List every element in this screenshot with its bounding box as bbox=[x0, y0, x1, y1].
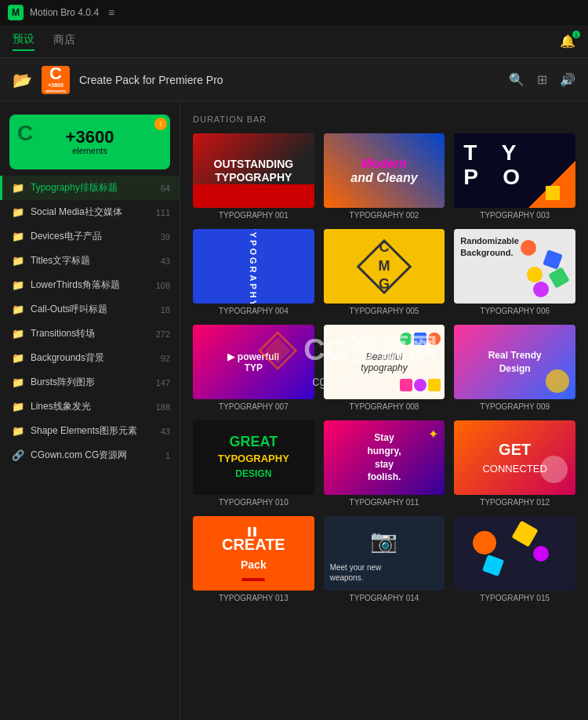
thumbnail-label: TYPOGRAPHY 008 bbox=[324, 402, 445, 411]
section-label: DURATION BAR bbox=[193, 115, 575, 124]
thumbnail-item-7[interactable]: ▶ powerfullTYPTYPOGRAPHY 007 bbox=[193, 325, 314, 411]
sidebar-item-typography[interactable]: 📁Typography排版标题64 bbox=[0, 176, 180, 200]
sidebar-item-lines[interactable]: 📁Lines线象发光188 bbox=[0, 395, 180, 419]
folder-icon: 📁 bbox=[12, 352, 24, 364]
folder-icon: 📁 bbox=[12, 206, 24, 218]
sidebar-item-label: Backgrounds背景 bbox=[31, 351, 154, 365]
thumbnail-label: TYPOGRAPHY 002 bbox=[324, 211, 445, 220]
thumbnail-image: ▶ powerfullTYP bbox=[193, 325, 314, 399]
sidebar-item-count: 111 bbox=[156, 208, 170, 217]
thumbnail-label: TYPOGRAPHY 009 bbox=[454, 402, 575, 411]
sidebar-item-count: 39 bbox=[161, 232, 170, 242]
thumbnail-image: Real TrendyDesign bbox=[454, 325, 575, 399]
thumbnail-item-12[interactable]: GETCONNECTEDTYPOGRAPHY 012 bbox=[454, 420, 575, 507]
folder-icon: 📁 bbox=[12, 182, 24, 194]
sidebar-item-shape-elements[interactable]: 📁Shape Elements图形元素43 bbox=[0, 419, 180, 443]
sidebar-item-label: Titles文字标题 bbox=[31, 254, 154, 267]
thumbnail-item-9[interactable]: Real TrendyDesignTYPOGRAPHY 009 bbox=[454, 325, 575, 411]
link-icon: 🔗 bbox=[12, 449, 24, 461]
navbar: 预设 商店 🔔 1 bbox=[0, 25, 588, 58]
sidebar-item-count: 272 bbox=[156, 329, 170, 339]
sidebar-items: 📁Typography排版标题64📁Social Media社交媒体111📁De… bbox=[0, 176, 180, 467]
notification-badge: 1 bbox=[572, 31, 580, 38]
sidebar-item-label: Social Media社交媒体 bbox=[31, 205, 150, 219]
thumbnail-item-4[interactable]: TYPOGRAPHYTYPOGRAPHY 004 bbox=[193, 229, 314, 315]
thumbnail-image: Meet your newweapons.📷 bbox=[324, 516, 445, 591]
app-title: Motion Bro 4.0.4 bbox=[30, 7, 99, 18]
sidebar-item-transitions[interactable]: 📁Transitions转场272 bbox=[0, 322, 180, 346]
thumbnail-image bbox=[454, 516, 575, 591]
thumbnail-label: TYPOGRAPHY 012 bbox=[454, 498, 575, 507]
sidebar-item-backgrounds[interactable]: 📁Backgrounds背景92 bbox=[0, 346, 180, 370]
sidebar-item-cgown[interactable]: 🔗CGown.com CG资源网1 bbox=[0, 443, 180, 467]
sidebar-item-label: CGown.com CG资源网 bbox=[31, 449, 159, 462]
thumbnail-label: TYPOGRAPHY 015 bbox=[454, 594, 575, 602]
thumbnail-item-2[interactable]: Modernand CleanyTYPOGRAPHY 002 bbox=[324, 133, 445, 220]
thumbnail-label: TYPOGRAPHY 004 bbox=[193, 307, 314, 315]
thumbnail-item-15[interactable]: TYPOGRAPHY 015 bbox=[454, 516, 575, 602]
thumbnails-grid: OUTSTANDINGTYPOGRAPHYTYPOGRAPHY 001Moder… bbox=[193, 133, 575, 602]
thumbnail-item-8[interactable]: BeautifultypographyTYPOGRAPHY 008 bbox=[324, 325, 445, 411]
app-logo: M bbox=[8, 5, 24, 20]
folder-icon: 📁 bbox=[12, 304, 24, 315]
pack-card-count: +3600 bbox=[66, 129, 114, 146]
sidebar-item-label: Devices电子产品 bbox=[31, 230, 154, 243]
thumbnail-label: TYPOGRAPHY 001 bbox=[193, 211, 314, 220]
sidebar-item-count: 64 bbox=[161, 184, 170, 193]
thumbnail-item-13[interactable]: CREATEPack▌▌TYPOGRAPHY 013 bbox=[193, 516, 314, 602]
sidebar-item-count: 43 bbox=[161, 256, 170, 266]
sidebar-item-label: Lines线象发光 bbox=[31, 400, 150, 413]
thumbnail-label: TYPOGRAPHY 006 bbox=[454, 307, 575, 315]
pack-card-sub: elements bbox=[66, 146, 114, 155]
nav-preset[interactable]: 预设 bbox=[13, 32, 34, 51]
thumbnail-item-6[interactable]: RandomizableBackground.TYPOGRAPHY 006 bbox=[454, 229, 575, 315]
sidebar-item-label: Typography排版标题 bbox=[31, 181, 154, 195]
main-layout: C +3600 elements ! 📁Typography排版标题64📁Soc… bbox=[0, 102, 588, 720]
thumbnail-item-5[interactable]: CMGTYPOGRAPHY 005 bbox=[324, 229, 445, 315]
thumbnail-label: TYPOGRAPHY 007 bbox=[193, 402, 314, 411]
notification-icon[interactable]: 🔔 1 bbox=[560, 34, 575, 49]
thumbnail-image: GREATtypographyDESIGN bbox=[193, 420, 314, 495]
thumbnail-item-10[interactable]: GREATtypographyDESIGNTYPOGRAPHY 010 bbox=[193, 420, 314, 507]
thumbnail-label: TYPOGRAPHY 013 bbox=[193, 594, 314, 602]
titlebar: M Motion Bro 4.0.4 ≡ bbox=[0, 0, 588, 25]
menu-dots[interactable]: ≡ bbox=[108, 6, 114, 19]
sidebar-item-count: 92 bbox=[161, 354, 170, 363]
thumbnail-label: TYPOGRAPHY 011 bbox=[324, 498, 445, 507]
sidebar-item-count: 43 bbox=[161, 427, 170, 436]
sidebar-item-label: Bursts阵列图形 bbox=[31, 376, 150, 389]
thumbnail-item-3[interactable]: T YP OTYPOGRAPHY 003 bbox=[454, 133, 575, 220]
folder-icon: 📁 bbox=[12, 376, 24, 388]
thumbnail-item-11[interactable]: Stayhungry,stayfoolish.✦TYPOGRAPHY 011 bbox=[324, 420, 445, 507]
sidebar-item-count: 188 bbox=[156, 402, 170, 412]
sidebar-item-bursts[interactable]: 📁Bursts阵列图形147 bbox=[0, 370, 180, 395]
sidebar-item-count: 147 bbox=[156, 378, 170, 387]
thumbnail-image: RandomizableBackground. bbox=[454, 229, 575, 304]
sidebar-item-callouts[interactable]: 📁Call-Outs呼叫标题18 bbox=[0, 297, 180, 322]
pack-card-info: +3600 elements bbox=[66, 129, 114, 155]
grid-icon[interactable]: ⊞ bbox=[537, 72, 547, 87]
thumbnail-image: GETCONNECTED bbox=[454, 420, 575, 495]
sidebar-item-social-media[interactable]: 📁Social Media社交媒体111 bbox=[0, 200, 180, 224]
thumbnail-image: T YP O bbox=[454, 133, 575, 208]
thumbnail-image: Stayhungry,stayfoolish.✦ bbox=[324, 420, 445, 495]
thumbnail-item-14[interactable]: Meet your newweapons.📷TYPOGRAPHY 014 bbox=[324, 516, 445, 602]
search-icon[interactable]: 🔍 bbox=[509, 72, 524, 87]
nav-shop[interactable]: 商店 bbox=[53, 33, 75, 50]
sidebar: C +3600 elements ! 📁Typography排版标题64📁Soc… bbox=[0, 102, 180, 720]
volume-icon[interactable]: 🔊 bbox=[560, 72, 575, 87]
pack-card[interactable]: C +3600 elements ! bbox=[9, 115, 170, 169]
pack-title: Create Pack for Premiere Pro bbox=[79, 74, 223, 86]
navbar-right: 🔔 1 bbox=[560, 34, 575, 49]
sidebar-item-lowerthirds[interactable]: 📁LowerThirds角落标题108 bbox=[0, 273, 180, 297]
sidebar-item-label: Transitions转场 bbox=[31, 327, 150, 340]
folder-icon: 📁 bbox=[12, 328, 24, 340]
pack-card-letter: C bbox=[17, 121, 33, 146]
sidebar-item-titles[interactable]: 📁Titles文字标题43 bbox=[0, 249, 180, 273]
thumbnail-image: CREATEPack▌▌ bbox=[193, 516, 314, 591]
thumbnail-item-1[interactable]: OUTSTANDINGTYPOGRAPHYTYPOGRAPHY 001 bbox=[193, 133, 314, 220]
folder-icon: 📁 bbox=[12, 231, 24, 242]
sidebar-item-devices[interactable]: 📁Devices电子产品39 bbox=[0, 224, 180, 249]
sidebar-item-count: 1 bbox=[165, 451, 170, 460]
sidebar-item-label: Call-Outs呼叫标题 bbox=[31, 303, 154, 316]
